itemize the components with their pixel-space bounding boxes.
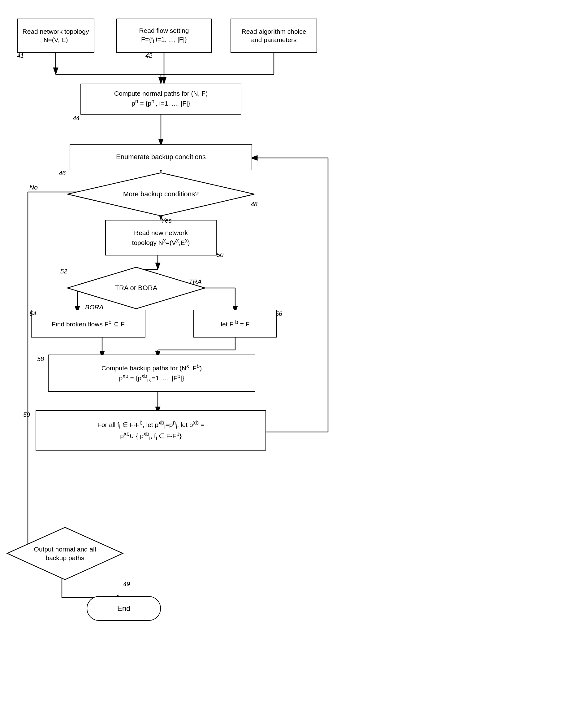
compute-normal-text: Compute normal paths for (N, F)pn = {pni…: [114, 89, 208, 109]
compute-normal-box: Compute normal paths for (N, F)pn = {pni…: [81, 84, 242, 115]
read-topology-box: Read network topology N=(V, E): [17, 19, 94, 53]
no-label: No: [29, 184, 38, 191]
more-backup-text: More backup conditions?: [67, 172, 255, 217]
label-59: 59: [23, 411, 30, 418]
let-fb-box: let F b = F: [194, 310, 277, 338]
read-flow-text: Read flow settingF={fi,i=1, ..., |F|}: [139, 26, 189, 45]
read-algorithm-box: Read algorithm choiceand parameters: [231, 19, 317, 53]
label-56: 56: [276, 310, 282, 317]
output-diamond: Output normal and allbackup paths: [6, 526, 124, 581]
label-50: 50: [217, 251, 224, 259]
label-52: 52: [60, 268, 67, 275]
tra-bora-text: TRA or BORA: [67, 266, 206, 310]
label-46: 46: [59, 170, 66, 177]
output-text: Output normal and allbackup paths: [6, 526, 124, 581]
tra-label: TRA: [189, 278, 202, 286]
find-broken-text: Find broken flows Fb ⊆ F: [52, 319, 124, 328]
tra-bora-diamond: TRA or BORA: [67, 266, 206, 310]
label-42: 42: [146, 52, 152, 59]
for-all-box: For all fi ∈ F-Fb, let pxbi=pni, let pxb…: [36, 410, 266, 451]
label-41: 41: [17, 52, 24, 59]
read-new-topology-text: Read new networktopology Nx=(Vx,Ex): [132, 229, 190, 247]
compute-backup-text: Compute backup paths for (Nx, Fb)pxb = {…: [102, 363, 202, 383]
more-backup-diamond: More backup conditions?: [67, 172, 255, 217]
compute-backup-box: Compute backup paths for (Nx, Fb)pxb = {…: [48, 355, 255, 392]
enumerate-backup-box: Enumerate backup conditions: [70, 144, 252, 170]
read-flow-box: Read flow settingF={fi,i=1, ..., |F|}: [116, 19, 212, 53]
find-broken-box: Find broken flows Fb ⊆ F: [31, 310, 146, 338]
label-54: 54: [29, 310, 36, 317]
let-fb-text: let F b = F: [221, 319, 250, 328]
flowchart-diagram: Read network topology N=(V, E) Read flow…: [0, 0, 561, 728]
label-44: 44: [73, 115, 80, 122]
label-49: 49: [123, 581, 130, 588]
read-algorithm-text: Read algorithm choiceand parameters: [242, 27, 306, 44]
read-new-topology-box: Read new networktopology Nx=(Vx,Ex): [105, 220, 217, 255]
label-48: 48: [251, 201, 258, 208]
yes-label: Yes: [161, 217, 172, 224]
label-58: 58: [37, 355, 44, 363]
end-oval: End: [87, 596, 161, 621]
bora-label: BORA: [85, 303, 104, 311]
for-all-text: For all fi ∈ F-Fb, let pxbi=pni, let pxb…: [98, 419, 204, 442]
